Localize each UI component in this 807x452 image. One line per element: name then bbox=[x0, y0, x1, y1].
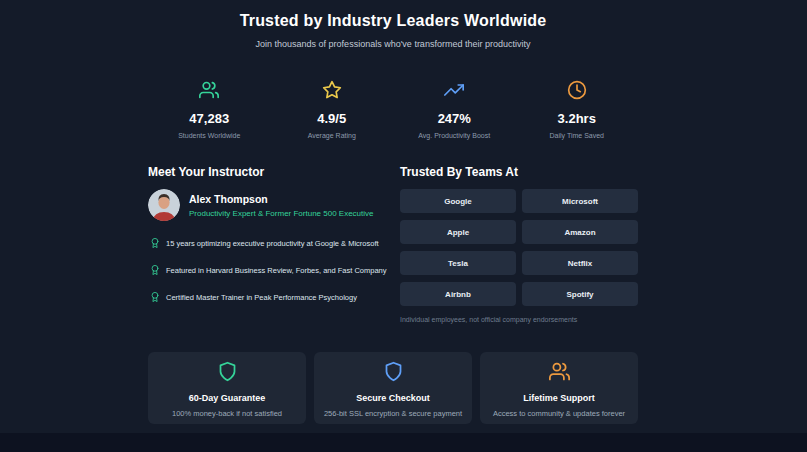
stat-value: 47,283 bbox=[148, 111, 271, 126]
guarantee-title: Secure Checkout bbox=[314, 393, 472, 403]
instructor-section: Meet Your Instructor Alex Thompson Produ… bbox=[148, 165, 400, 323]
stat-value: 3.2hrs bbox=[516, 111, 639, 126]
instructor-avatar bbox=[148, 189, 180, 221]
stat-productivity: 247% Avg. Productivity Boost bbox=[393, 80, 516, 139]
page-title: Trusted by Industry Leaders Worldwide bbox=[148, 12, 638, 30]
stat-label: Avg. Productivity Boost bbox=[393, 132, 516, 139]
next-section-edge bbox=[0, 433, 807, 452]
teams-heading: Trusted By Teams At bbox=[400, 165, 638, 179]
instructor-heading: Meet Your Instructor bbox=[148, 165, 400, 179]
company-tile-google[interactable]: Google bbox=[400, 189, 516, 213]
company-tiles: Google Microsoft Apple Amazon Tesla Netf… bbox=[400, 189, 638, 306]
shield-icon bbox=[383, 368, 404, 385]
stat-label: Students Worldwide bbox=[148, 132, 271, 139]
stat-rating: 4.9/5 Average Rating bbox=[271, 80, 394, 139]
company-tile-tesla[interactable]: Tesla bbox=[400, 251, 516, 275]
trust-section: Trusted by Industry Leaders Worldwide Jo… bbox=[148, 0, 638, 452]
section-header: Trusted by Industry Leaders Worldwide Jo… bbox=[148, 12, 638, 49]
trending-up-icon bbox=[444, 86, 464, 103]
stat-label: Daily Time Saved bbox=[516, 132, 639, 139]
company-tile-netflix[interactable]: Netflix bbox=[522, 251, 638, 275]
guarantee-description: 100% money-back if not satisfied bbox=[148, 409, 306, 418]
credential-text: Certified Master Trainer in Peak Perform… bbox=[166, 293, 357, 302]
instructor-role: Productivity Expert & Former Fortune 500… bbox=[189, 209, 374, 218]
users-icon bbox=[199, 86, 219, 103]
guarantee-title: Lifetime Support bbox=[480, 393, 638, 403]
company-tile-apple[interactable]: Apple bbox=[400, 220, 516, 244]
teams-disclaimer: Individual employees, not official compa… bbox=[400, 316, 638, 323]
company-tile-spotify[interactable]: Spotify bbox=[522, 282, 638, 306]
instructor-card: Alex Thompson Productivity Expert & Form… bbox=[148, 189, 400, 221]
stat-label: Average Rating bbox=[271, 132, 394, 139]
guarantee-card-moneyback: 60-Day Guarantee 100% money-back if not … bbox=[148, 352, 306, 424]
credentials-list: 15 years optimizing executive productivi… bbox=[148, 234, 400, 306]
star-icon bbox=[322, 86, 342, 103]
company-tile-microsoft[interactable]: Microsoft bbox=[522, 189, 638, 213]
list-item: 15 years optimizing executive productivi… bbox=[148, 234, 400, 252]
stats-row: 47,283 Students Worldwide 4.9/5 Average … bbox=[148, 80, 638, 139]
guarantee-title: 60-Day Guarantee bbox=[148, 393, 306, 403]
guarantee-card-secure-checkout: Secure Checkout 256-bit SSL encryption &… bbox=[314, 352, 472, 424]
guarantee-description: 256-bit SSL encryption & secure payment bbox=[314, 409, 472, 418]
company-tile-airbnb[interactable]: Airbnb bbox=[400, 282, 516, 306]
instructor-meta: Alex Thompson Productivity Expert & Form… bbox=[189, 193, 374, 218]
stat-students: 47,283 Students Worldwide bbox=[148, 80, 271, 139]
stat-value: 4.9/5 bbox=[271, 111, 394, 126]
list-item: Certified Master Trainer in Peak Perform… bbox=[148, 288, 400, 306]
company-tile-amazon[interactable]: Amazon bbox=[522, 220, 638, 244]
stat-value: 247% bbox=[393, 111, 516, 126]
award-icon bbox=[148, 261, 160, 279]
instructor-name: Alex Thompson bbox=[189, 193, 374, 205]
award-icon bbox=[148, 288, 160, 306]
teams-section: Trusted By Teams At Google Microsoft App… bbox=[400, 165, 638, 323]
users-icon bbox=[549, 368, 570, 385]
shield-icon bbox=[217, 368, 238, 385]
list-item: Featured in Harvard Business Review, For… bbox=[148, 261, 400, 279]
guarantee-description: Access to community & updates forever bbox=[480, 409, 638, 418]
credential-text: Featured in Harvard Business Review, For… bbox=[166, 266, 387, 275]
credential-text: 15 years optimizing executive productivi… bbox=[166, 239, 379, 248]
award-icon bbox=[148, 234, 160, 252]
guarantee-card-lifetime-support: Lifetime Support Access to community & u… bbox=[480, 352, 638, 424]
clock-icon bbox=[567, 86, 587, 103]
content-columns: Meet Your Instructor Alex Thompson Produ… bbox=[148, 165, 638, 323]
stat-time-saved: 3.2hrs Daily Time Saved bbox=[516, 80, 639, 139]
guarantee-cards: 60-Day Guarantee 100% money-back if not … bbox=[148, 352, 638, 424]
page-subtitle: Join thousands of professionals who've t… bbox=[148, 39, 638, 49]
